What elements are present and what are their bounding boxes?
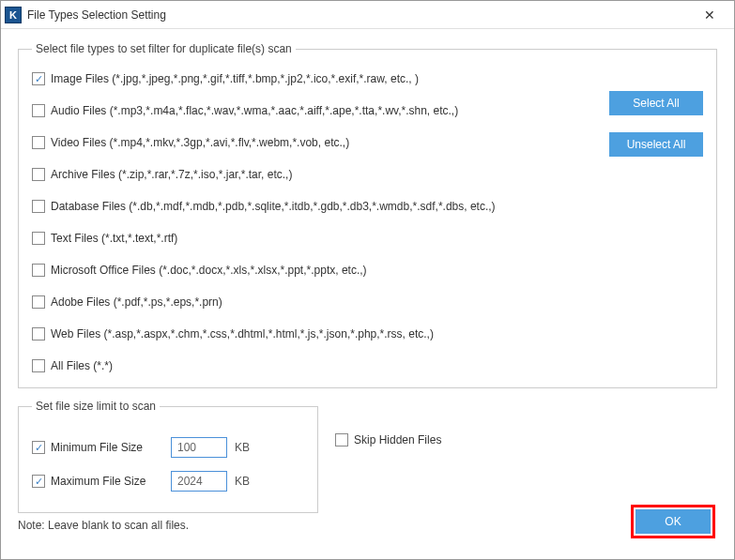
- close-icon: ✕: [704, 8, 715, 23]
- file-size-legend: Set file size limit to scan: [32, 400, 160, 413]
- file-type-checkbox[interactable]: [32, 200, 45, 213]
- file-type-checkbox[interactable]: [32, 295, 45, 309]
- file-type-label: Audio Files (*.mp3,*.m4a,*.flac,*.wav,*.…: [51, 104, 458, 117]
- max-size-row: Maximum File Size KB: [32, 471, 304, 492]
- file-type-row: Microsoft Office Files (*.doc,*.docx,*.x…: [32, 264, 598, 277]
- note-text: Note: Leave blank to scan all files.: [18, 519, 717, 532]
- skip-hidden-label: Skip Hidden Files: [354, 433, 441, 446]
- file-size-group: Set file size limit to scan Minimum File…: [18, 400, 318, 513]
- file-type-checkbox[interactable]: [32, 72, 45, 85]
- file-types-list: Image Files (*.jpg,*.jpeg,*.png,*.gif,*.…: [32, 67, 598, 378]
- unselect-all-button[interactable]: Unselect All: [609, 132, 703, 157]
- file-type-label: Text Files (*.txt,*.text,*.rtf): [51, 232, 177, 245]
- content-area: Select file types to set filter for dupl…: [1, 29, 734, 547]
- file-type-label: Image Files (*.jpg,*.jpeg,*.png,*.gif,*.…: [51, 72, 419, 85]
- max-size-input[interactable]: [171, 471, 227, 492]
- window-title: File Types Selection Setting: [27, 8, 691, 22]
- titlebar: K File Types Selection Setting ✕: [1, 1, 734, 29]
- min-size-unit: KB: [235, 441, 250, 454]
- file-type-label: Adobe Files (*.pdf,*.ps,*.eps,*.prn): [51, 295, 222, 309]
- min-size-row: Minimum File Size KB: [32, 437, 304, 458]
- ok-button-highlight: OK: [631, 505, 715, 538]
- file-type-row: All Files (*.*): [32, 359, 598, 372]
- file-types-group: Select file types to set filter for dupl…: [18, 42, 717, 388]
- file-type-label: Database Files (*.db,*.mdf,*.mdb,*.pdb,*…: [51, 200, 496, 213]
- max-size-label: Maximum File Size: [51, 475, 145, 488]
- close-button[interactable]: ✕: [691, 2, 728, 28]
- app-icon: K: [5, 7, 22, 23]
- max-size-unit: KB: [235, 475, 250, 488]
- file-type-label: Web Files (*.asp,*.aspx,*.chm,*.css,*.dh…: [51, 327, 434, 341]
- file-type-label: Video Files (*.mp4,*.mkv,*.3gp,*.avi,*.f…: [51, 136, 349, 149]
- file-type-row: Adobe Files (*.pdf,*.ps,*.eps,*.prn): [32, 295, 598, 309]
- file-type-label: Archive Files (*.zip,*.rar,*.7z,*.iso,*.…: [51, 168, 292, 181]
- max-size-checkbox[interactable]: [32, 475, 45, 488]
- file-types-actions: Select All Unselect All: [609, 67, 703, 157]
- file-type-row: Audio Files (*.mp3,*.m4a,*.flac,*.wav,*.…: [32, 104, 598, 117]
- skip-hidden-checkbox[interactable]: [335, 433, 348, 446]
- file-type-row: Text Files (*.txt,*.text,*.rtf): [32, 232, 598, 245]
- ok-button[interactable]: OK: [635, 509, 711, 534]
- file-type-checkbox[interactable]: [32, 264, 45, 277]
- file-types-legend: Select file types to set filter for dupl…: [32, 42, 296, 55]
- min-size-label: Minimum File Size: [51, 441, 143, 454]
- file-type-checkbox[interactable]: [32, 168, 45, 181]
- file-type-checkbox[interactable]: [32, 104, 45, 117]
- file-type-row: Database Files (*.db,*.mdf,*.mdb,*.pdb,*…: [32, 200, 598, 213]
- file-type-checkbox[interactable]: [32, 327, 45, 341]
- file-type-row: Web Files (*.asp,*.aspx,*.chm,*.css,*.dh…: [32, 327, 598, 341]
- select-all-button[interactable]: Select All: [609, 91, 703, 115]
- file-type-checkbox[interactable]: [32, 232, 45, 245]
- file-type-checkbox[interactable]: [32, 359, 45, 372]
- file-type-row: Image Files (*.jpg,*.jpeg,*.png,*.gif,*.…: [32, 72, 598, 85]
- file-type-row: Video Files (*.mp4,*.mkv,*.3gp,*.avi,*.f…: [32, 136, 598, 149]
- file-type-row: Archive Files (*.zip,*.rar,*.7z,*.iso,*.…: [32, 168, 598, 181]
- skip-hidden-row: Skip Hidden Files: [335, 400, 441, 446]
- file-type-label: All Files (*.*): [51, 359, 113, 372]
- min-size-checkbox[interactable]: [32, 441, 45, 454]
- file-type-checkbox[interactable]: [32, 136, 45, 149]
- file-type-label: Microsoft Office Files (*.doc,*.docx,*.x…: [51, 264, 367, 277]
- min-size-input[interactable]: [171, 437, 227, 458]
